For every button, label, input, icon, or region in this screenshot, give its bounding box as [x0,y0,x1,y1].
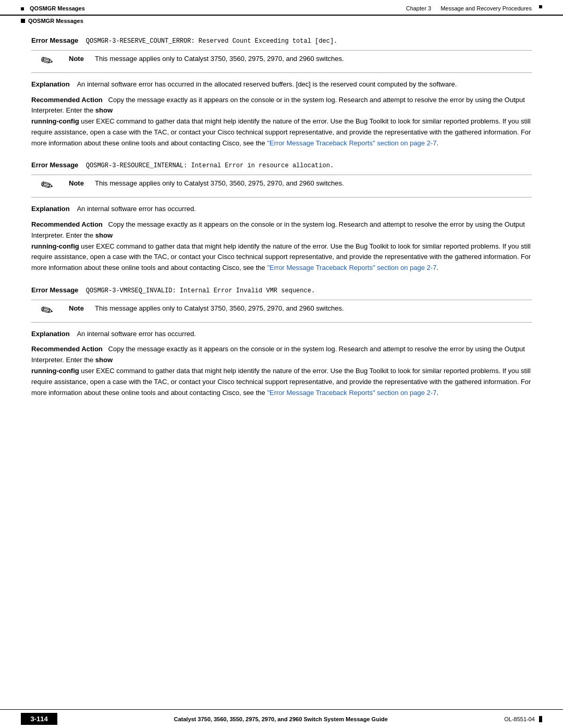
header-separator [434,5,437,11]
recommended-text-2: Copy the message exactly as it appears o… [31,220,531,272]
error-message-line-3: Error Message QOSMGR-3-VMRSEQ_INVALID: I… [31,286,532,294]
section-label-square [21,19,25,23]
show-bold-1: show [95,106,113,114]
recommended-block-3: Recommended Action Copy the message exac… [31,344,532,398]
footer-page-number: 3-114 [21,713,57,725]
section-label: QOSMGR Messages [0,16,563,26]
note-text-3: This message applies only to Catalyst 37… [95,303,532,312]
header-chapter: Chapter 3 [406,5,431,11]
explanation-block-1: Explanation An internal software error h… [31,79,532,90]
recommended-text-1: Copy the message exactly as it appears o… [31,96,531,147]
recommended-block-2: Recommended Action Copy the message exac… [31,219,532,274]
pencil-icon-1: ✎ [38,52,56,70]
header-title: Message and Recovery Procedures [440,5,532,11]
explanation-block-3: Explanation An internal software error h… [31,329,532,339]
error-message-label-1: Error Message [31,36,78,44]
note-icon-area-2: ✎ [31,178,63,194]
error-block-1: Error Message QOSMGR-3-RESERVE_COUNT_ERR… [31,36,532,149]
page-footer: 3-114 Catalyst 3750, 3560, 3550, 2975, 2… [0,709,563,728]
recommended-label-2: Recommended Action [31,220,103,228]
running-config-bold-1: running-config [31,117,79,125]
error-message-line-1: Error Message QOSMGR-3-RESERVE_COUNT_ERR… [31,36,532,45]
recommended-block-1: Recommended Action Copy the message exac… [31,95,532,149]
pencil-icon-2: ✎ [38,177,56,195]
error-message-label-3: Error Message [31,286,78,294]
explanation-label-3: Explanation [31,330,70,338]
footer-title: Catalyst 3750, 3560, 3550, 2975, 2970, a… [57,716,504,722]
header-left-text: QOSMGR Messages [30,5,85,11]
error-message-code-2: QOSMGR-3-RESOURCE_INTERNAL: Internal Err… [86,162,334,169]
note-label-2: Note [69,178,90,187]
traceback-link-1[interactable]: "Error Message Traceback Reports" sectio… [267,139,436,147]
explanation-label-2: Explanation [31,205,70,213]
explanation-label-1: Explanation [31,80,70,88]
explanation-block-2: Explanation An internal software error h… [31,204,532,214]
show-bold-2: show [95,231,113,239]
error-message-code-1: QOSMGR-3-RESERVE_COUNT_ERROR: Reserved C… [86,38,337,45]
explanation-text-2: An internal software error has occurred. [77,205,195,213]
pencil-icon-3: ✎ [38,301,56,320]
traceback-link-3[interactable]: "Error Message Traceback Reports" sectio… [267,389,436,397]
note-text-1: This message applies only to Catalyst 37… [95,54,532,63]
note-text-2: This message applies only to Catalyst 37… [95,178,532,187]
header-section-label: QOSMGR Messages [21,5,85,11]
note-label-3: Note [69,303,90,312]
show-bold-3: show [95,356,113,364]
page-header: QOSMGR Messages Chapter 3 Message and Re… [0,0,563,16]
recommended-label-1: Recommended Action [31,96,103,104]
note-label-1: Note [69,54,90,63]
footer-doc-number-text: OL-8551-04 [504,716,535,722]
header-right-bar [539,5,542,8]
note-box-1: ✎ Note This message applies only to Cata… [31,50,532,73]
note-box-3: ✎ Note This message applies only to Cata… [31,300,532,323]
section-label-text: QOSMGR Messages [28,18,83,24]
recommended-label-3: Recommended Action [31,345,103,353]
note-icon-area-3: ✎ [31,303,63,319]
error-block-2: Error Message QOSMGR-3-RESOURCE_INTERNAL… [31,161,532,273]
footer-right-bar [539,716,542,722]
error-message-label-2: Error Message [31,161,78,169]
running-config-bold-3: running-config [31,367,79,375]
explanation-text-3: An internal software error has occurred. [77,330,195,338]
header-right: Chapter 3 Message and Recovery Procedure… [406,5,542,11]
note-box-2: ✎ Note This message applies only to Cata… [31,175,532,198]
note-icon-area-1: ✎ [31,54,63,69]
explanation-text-1: An internal software error has occurred … [77,80,457,88]
main-content: Error Message QOSMGR-3-RESERVE_COUNT_ERR… [0,26,563,452]
recommended-text-3: Copy the message exactly as it appears o… [31,345,531,396]
traceback-link-2[interactable]: "Error Message Traceback Reports" sectio… [267,264,436,272]
footer-doc-number: OL-8551-04 [504,716,542,722]
error-block-3: Error Message QOSMGR-3-VMRSEQ_INVALID: I… [31,286,532,398]
error-message-line-2: Error Message QOSMGR-3-RESOURCE_INTERNAL… [31,161,532,169]
error-message-code-3: QOSMGR-3-VMRSEQ_INVALID: Internal Error … [86,287,315,294]
header-left-bar [21,7,24,10]
running-config-bold-2: running-config [31,242,79,250]
